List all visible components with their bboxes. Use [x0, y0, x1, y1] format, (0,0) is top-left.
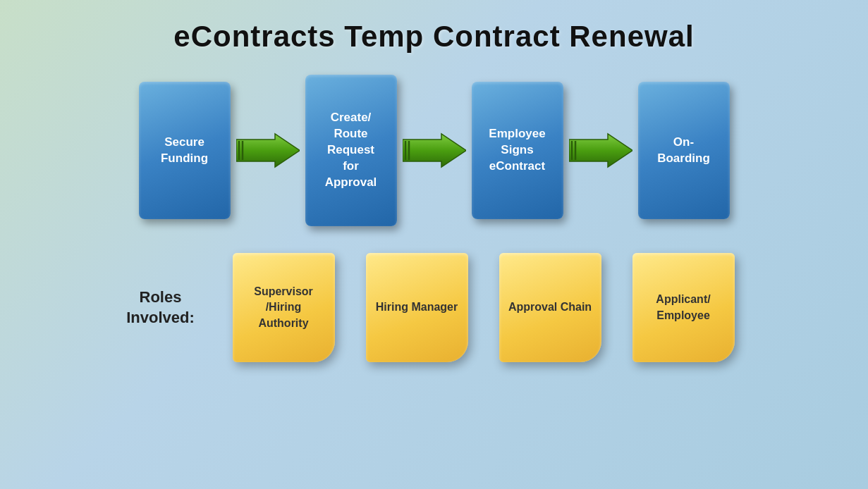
svg-marker-0 [236, 134, 300, 167]
step-create-route: Create/RouteRequestforApproval [305, 75, 397, 226]
step-employee-signs: EmployeeSignseContract [472, 82, 563, 219]
arrow-1 [236, 131, 300, 170]
role-supervisor: Supervisor /Hiring Authority [233, 253, 335, 362]
role-hiring-manager: Hiring Manager [366, 253, 468, 362]
page-title: eContracts Temp Contract Renewal [0, 20, 868, 54]
step-on-boarding: On-Boarding [638, 82, 730, 219]
step-secure-funding: Secure Funding [139, 82, 231, 219]
arrow-2 [403, 131, 466, 170]
svg-marker-3 [403, 134, 466, 167]
role-approval-chain: Approval Chain [499, 253, 601, 362]
flow-row: Secure Funding Create/RouteRequestforApp… [0, 75, 868, 226]
svg-marker-6 [569, 134, 632, 167]
roles-label: RolesInvolved: [118, 287, 203, 328]
arrow-3 [569, 131, 632, 170]
roles-row: RolesInvolved: Supervisor /Hiring Author… [0, 253, 868, 362]
role-applicant-employee: Applicant/ Employee [632, 253, 735, 362]
page-title-container: eContracts Temp Contract Renewal [0, 0, 868, 68]
